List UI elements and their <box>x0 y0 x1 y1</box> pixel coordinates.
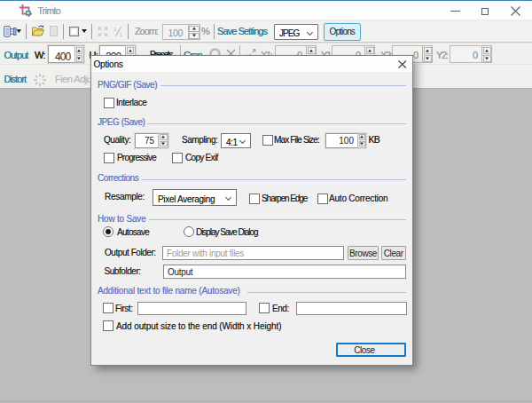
svg-text:1: 1 <box>120 32 123 37</box>
svg-text:1: 1 <box>113 27 117 32</box>
